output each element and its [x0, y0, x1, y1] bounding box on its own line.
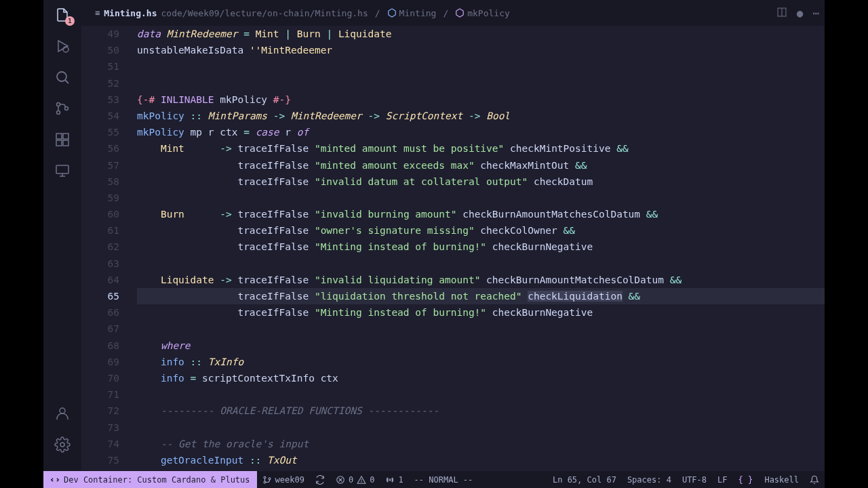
svg-point-4	[57, 103, 60, 106]
code-line[interactable]	[137, 58, 825, 75]
svg-point-6	[65, 107, 68, 110]
problems-indicator[interactable]: 0 0	[330, 471, 380, 488]
breadcrumb-module[interactable]: Minting	[387, 8, 437, 18]
code-line[interactable]	[137, 386, 825, 403]
svg-point-20	[269, 477, 271, 479]
code-line[interactable]	[137, 321, 825, 337]
svg-rect-10	[63, 140, 68, 146]
code-line[interactable]: info = scriptContextTxInfo ctx	[137, 370, 825, 386]
editor[interactable]: 4950515253545556575859606162636465666768…	[81, 26, 825, 471]
code-line[interactable]: traceIfFalse "Minting instead of burning…	[137, 304, 825, 321]
breadcrumb-function[interactable]: mkPolicy	[455, 8, 510, 18]
tab-filename: Minting.hs	[104, 8, 157, 18]
account-icon[interactable]	[53, 404, 72, 423]
explorer-badge: 1	[65, 16, 75, 26]
svg-point-19	[264, 481, 266, 483]
svg-rect-7	[56, 134, 62, 139]
code-line[interactable]: traceIfFalse "invalid datum at collatera…	[137, 174, 825, 190]
tab-bar: ≡ Minting.hs code/Week09/lecture/on-chai…	[81, 0, 825, 26]
code-line[interactable]: mkPolicy :: MintParams -> MintRedeemer -…	[137, 108, 825, 124]
status-bar: Dev Container: Custom Cardano & Plutus w…	[43, 471, 825, 488]
language-mode[interactable]: { } Haskell	[733, 475, 805, 485]
tab-path: code/Week09/lecture/on-chain/Minting.hs	[161, 8, 368, 18]
haskell-file-icon: ≡	[95, 8, 100, 18]
cursor-position[interactable]: Ln 65, Col 67	[547, 475, 622, 485]
split-editor-icon[interactable]	[776, 7, 787, 20]
vim-mode: -- NORMAL --	[409, 471, 479, 488]
code-line[interactable]	[137, 420, 825, 436]
code-line[interactable]: -- Get the oracle's input	[137, 436, 825, 452]
code-line[interactable]	[137, 256, 825, 272]
svg-point-14	[60, 408, 65, 413]
more-actions-icon[interactable]: ⋯	[812, 7, 819, 20]
code-line[interactable]: unstableMakeIsData ''MintRedeemer	[137, 42, 825, 58]
remote-indicator[interactable]: Dev Container: Custom Cardano & Plutus	[43, 471, 257, 488]
ports-indicator[interactable]: 1	[380, 471, 408, 488]
svg-point-25	[361, 481, 362, 482]
code-line[interactable]: Liquidate -> traceIfFalse "invalid liqui…	[137, 272, 825, 288]
svg-point-15	[60, 443, 64, 447]
code-line[interactable]	[137, 190, 825, 206]
activity-bar: 1	[43, 0, 81, 471]
settings-icon[interactable]	[53, 435, 72, 454]
code-line[interactable]: traceIfFalse "owner's signature missing"…	[137, 222, 825, 239]
indentation[interactable]: Spaces: 4	[622, 475, 677, 485]
code-line[interactable]: Mint -> traceIfFalse "minted amount must…	[137, 140, 825, 157]
svg-rect-8	[63, 134, 68, 139]
source-control-icon[interactable]	[53, 99, 72, 118]
svg-point-5	[57, 111, 60, 115]
svg-rect-11	[56, 165, 68, 174]
git-branch[interactable]: week09	[257, 471, 310, 488]
svg-point-26	[389, 479, 391, 480]
code-line[interactable]: where	[137, 338, 825, 354]
search-icon[interactable]	[53, 68, 72, 87]
code-line[interactable]	[137, 75, 825, 92]
code-line[interactable]: Burn -> traceIfFalse "invalid burning am…	[137, 206, 825, 222]
code-line[interactable]: traceIfFalse "liquidation threshold not …	[137, 288, 825, 304]
code-line[interactable]: --------- ORACLE-RELATED FUNCTIONS -----…	[137, 403, 825, 419]
code-line[interactable]: traceIfFalse "minted amount exceeds max"…	[137, 157, 825, 174]
notifications-icon[interactable]	[804, 475, 825, 485]
svg-point-18	[264, 476, 266, 479]
code-content[interactable]: data MintRedeemer = Mint | Burn | Liquid…	[137, 26, 825, 471]
explorer-icon[interactable]: 1	[53, 5, 72, 24]
code-line[interactable]: {-# INLINABLE mkPolicy #-}	[137, 92, 825, 108]
encoding[interactable]: UTF-8	[677, 475, 712, 485]
line-gutter: 4950515253545556575859606162636465666768…	[81, 26, 137, 471]
code-line[interactable]: traceIfFalse "Minting instead of burning…	[137, 239, 825, 255]
code-line[interactable]: mkPolicy mp r ctx = case r of	[137, 124, 825, 140]
svg-point-2	[57, 72, 66, 81]
svg-rect-9	[56, 140, 62, 146]
code-line[interactable]: data MintRedeemer = Mint | Burn | Liquid…	[137, 26, 825, 42]
svg-line-3	[65, 80, 68, 83]
code-line[interactable]: info :: TxInfo	[137, 354, 825, 370]
eol[interactable]: LF	[712, 475, 732, 485]
run-debug-icon[interactable]	[53, 37, 72, 56]
tab-minting[interactable]: ≡ Minting.hs code/Week09/lecture/on-chai…	[87, 0, 518, 26]
extensions-icon[interactable]	[53, 130, 72, 149]
remote-explorer-icon[interactable]	[53, 161, 72, 180]
code-line[interactable]: getOracleInput :: TxOut	[137, 452, 825, 468]
tab-modified-icon: ●	[797, 7, 804, 20]
sync-icon[interactable]	[310, 471, 330, 488]
